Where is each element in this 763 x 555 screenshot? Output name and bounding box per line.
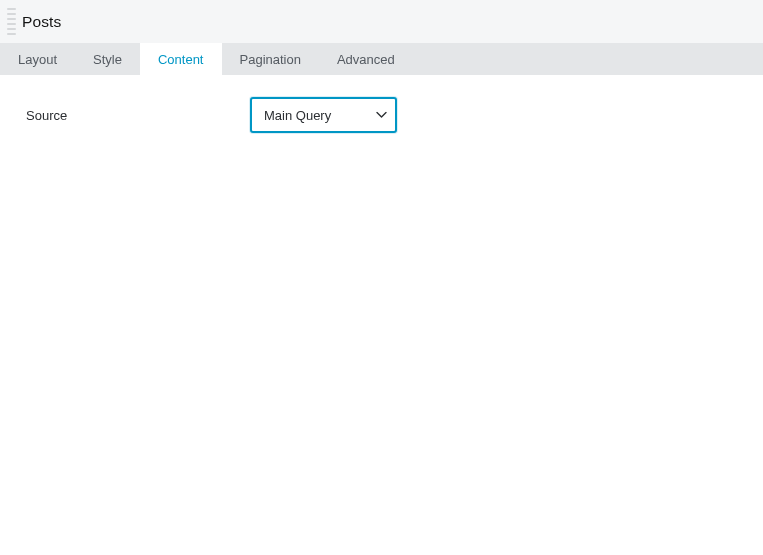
content-panel: Source Main Query (0, 75, 763, 555)
source-select[interactable]: Main Query (250, 97, 397, 133)
tab-pagination[interactable]: Pagination (222, 43, 319, 75)
page-title: Posts (22, 13, 61, 31)
drag-handle-icon[interactable] (6, 8, 16, 35)
source-select-wrap: Main Query (250, 97, 397, 133)
tab-layout[interactable]: Layout (0, 43, 75, 75)
tabs-bar: Layout Style Content Pagination Advanced (0, 43, 763, 75)
source-field-row: Source Main Query (26, 97, 737, 133)
source-label: Source (26, 108, 250, 123)
tab-advanced[interactable]: Advanced (319, 43, 413, 75)
tab-style[interactable]: Style (75, 43, 140, 75)
tab-content[interactable]: Content (140, 43, 222, 75)
panel-header: Posts (0, 0, 763, 43)
